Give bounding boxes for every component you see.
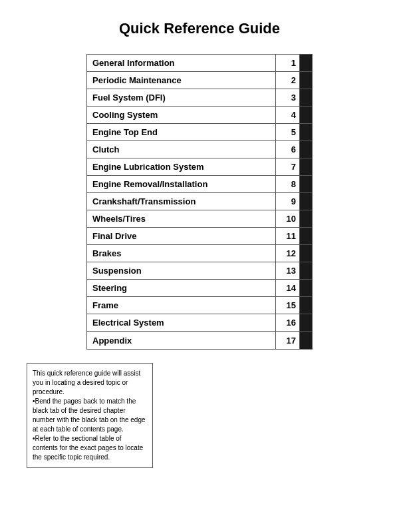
chapter-tab <box>300 176 312 192</box>
chapter-label: Electrical System <box>87 314 276 331</box>
table-row: General Information1 <box>87 55 312 72</box>
table-row: Fuel System (DFI)3 <box>87 89 312 107</box>
chapter-number: 11 <box>276 228 300 244</box>
chapter-number: 13 <box>276 262 300 279</box>
chapter-tab <box>300 245 312 262</box>
chapter-label: Suspension <box>87 262 276 279</box>
chapter-label: Brakes <box>87 245 276 262</box>
chapter-tab <box>300 141 312 158</box>
chapter-number: 6 <box>276 141 300 158</box>
chapter-tab <box>300 72 312 89</box>
chapter-tab <box>300 193 312 210</box>
chapter-tab <box>300 228 312 244</box>
table-row: Crankshaft/Transmission9 <box>87 193 312 210</box>
chapter-tab <box>300 210 312 227</box>
chapter-number: 12 <box>276 245 300 262</box>
chapter-label: Clutch <box>87 141 276 158</box>
chapter-label: General Information <box>87 55 276 71</box>
chapter-label: Fuel System (DFI) <box>87 89 276 106</box>
chapter-number: 17 <box>276 332 300 349</box>
chapter-label: Periodic Maintenance <box>87 72 276 89</box>
chapter-tab <box>300 158 312 175</box>
chapter-number: 8 <box>276 176 300 192</box>
chapter-label: Engine Removal/Installation <box>87 176 276 192</box>
chapter-label: Engine Top End <box>87 124 276 140</box>
chapter-label: Engine Lubrication System <box>87 158 276 175</box>
table-row: Suspension13 <box>87 262 312 280</box>
chapter-tab <box>300 297 312 314</box>
table-row: Brakes12 <box>87 245 312 262</box>
table-row: Appendix17 <box>87 332 312 349</box>
chapter-number: 14 <box>276 280 300 296</box>
chapter-tab <box>300 262 312 279</box>
chapter-number: 15 <box>276 297 300 314</box>
toc-table: General Information1Periodic Maintenance… <box>86 54 313 350</box>
chapter-tab <box>300 280 312 296</box>
chapter-label: Cooling System <box>87 107 276 123</box>
chapter-tab <box>300 89 312 106</box>
chapter-number: 4 <box>276 107 300 123</box>
table-row: Wheels/Tires10 <box>87 210 312 228</box>
chapter-number: 10 <box>276 210 300 227</box>
table-row: Periodic Maintenance2 <box>87 72 312 89</box>
table-row: Engine Lubrication System7 <box>87 158 312 176</box>
table-row: Engine Removal/Installation8 <box>87 176 312 193</box>
chapter-tab <box>300 107 312 123</box>
page-title: Quick Reference Guide <box>119 20 280 37</box>
chapter-label: Frame <box>87 297 276 314</box>
table-row: Engine Top End5 <box>87 124 312 141</box>
note-box: This quick reference guide will assist y… <box>27 363 153 468</box>
chapter-label: Steering <box>87 280 276 296</box>
table-row: Cooling System4 <box>87 107 312 124</box>
chapter-number: 7 <box>276 158 300 175</box>
table-row: Final Drive11 <box>87 228 312 245</box>
chapter-tab <box>300 55 312 71</box>
table-row: Frame15 <box>87 297 312 314</box>
chapter-number: 9 <box>276 193 300 210</box>
chapter-label: Appendix <box>87 332 276 349</box>
chapter-label: Final Drive <box>87 228 276 244</box>
chapter-number: 3 <box>276 89 300 106</box>
chapter-tab <box>300 314 312 331</box>
chapter-number: 1 <box>276 55 300 71</box>
table-row: Electrical System16 <box>87 314 312 332</box>
table-row: Clutch6 <box>87 141 312 158</box>
chapter-number: 5 <box>276 124 300 140</box>
chapter-label: Crankshaft/Transmission <box>87 193 276 210</box>
chapter-number: 16 <box>276 314 300 331</box>
chapter-label: Wheels/Tires <box>87 210 276 227</box>
chapter-number: 2 <box>276 72 300 89</box>
chapter-tab <box>300 332 312 349</box>
chapter-tab <box>300 124 312 140</box>
table-row: Steering14 <box>87 280 312 297</box>
